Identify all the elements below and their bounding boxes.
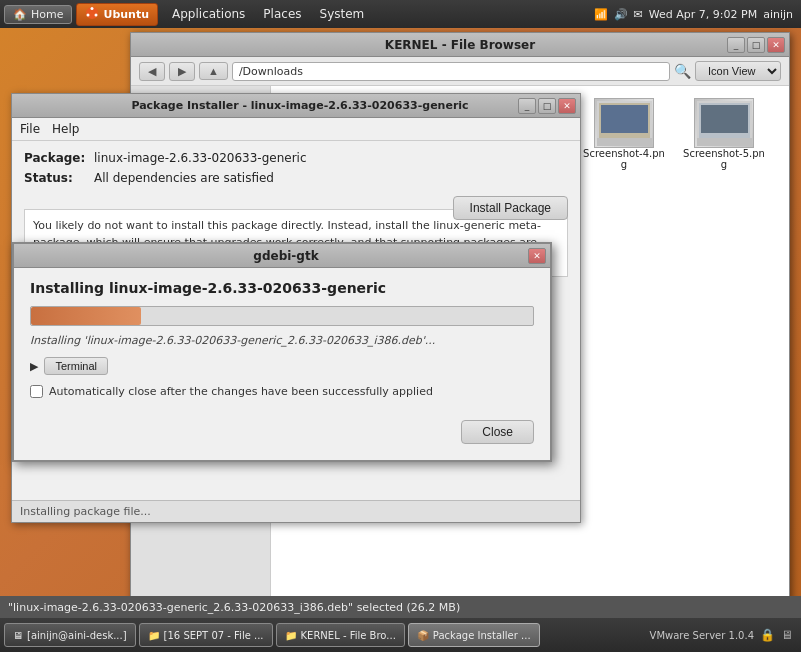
auto-close-row: Automatically close after the changes ha… (30, 385, 534, 398)
folder-taskbar-icon: 📁 (148, 630, 160, 641)
package-value: linux-image-2.6.33-020633-generic (94, 151, 307, 165)
installing-text: Installing 'linux-image-2.6.33-020633-ge… (30, 334, 534, 347)
pkg-close-btn[interactable]: ✕ (558, 98, 576, 114)
file-browser-titlebar: KERNEL - File Browser _ □ ✕ (131, 33, 789, 57)
terminal-icon: 🖥 (13, 630, 23, 641)
package-label: Package: (24, 151, 94, 165)
package-installer-title: Package Installer - linux-image-2.6.33-0… (131, 99, 468, 112)
gdebi-close-button[interactable]: Close (461, 420, 534, 444)
network-icon: 📶 (594, 8, 608, 21)
gdebi-close-btn[interactable]: ✕ (528, 248, 546, 264)
taskbar-top-right: 📶 🔊 ✉ Wed Apr 7, 9:02 PM ainijn (594, 8, 801, 21)
package-installer-body: Package: linux-image-2.6.33-020633-gener… (12, 141, 580, 201)
svg-point-1 (91, 7, 94, 10)
selected-file-bar: "linux-image-2.6.33-020633-generic_2.6.3… (0, 596, 801, 618)
list-item[interactable]: Screenshot-4.png (579, 94, 669, 182)
gdebi-title: gdebi-gtk (253, 249, 318, 263)
lock-icon: 🔒 (760, 628, 775, 642)
gdebi-dialog: gdebi-gtk ✕ Installing linux-image-2.6.3… (12, 242, 552, 462)
gdebi-heading: Installing linux-image-2.6.33-020633-gen… (30, 280, 534, 296)
top-menu: Applications Places System (164, 4, 372, 24)
taskbar-label-kernel: KERNEL - File Bro... (301, 630, 396, 641)
screenshot5-thumb (694, 98, 754, 148)
pkg-maximize-btn[interactable]: □ (538, 98, 556, 114)
icon-view-dropdown[interactable]: Icon View (695, 61, 781, 81)
package-installer-window: Package Installer - linux-image-2.6.33-0… (11, 93, 581, 523)
package-installer-titlebar: Package Installer - linux-image-2.6.33-0… (12, 94, 580, 118)
taskbar-item-terminal[interactable]: 🖥 [ainijn@aini-desk...] (4, 623, 136, 647)
up-button[interactable]: ▲ (199, 62, 228, 80)
menu-file[interactable]: File (20, 122, 40, 136)
file-browser-toolbar: ◀ ▶ ▲ /Downloads 🔍 Icon View (131, 57, 789, 86)
file-browser-title: KERNEL - File Browser (385, 38, 535, 52)
progress-bar-fill (31, 307, 141, 325)
back-button[interactable]: ◀ (139, 62, 165, 81)
package-installer-status-bar: Installing package file... (12, 500, 580, 522)
ubuntu-label: Ubuntu (103, 8, 149, 21)
close-button[interactable]: ✕ (767, 37, 785, 53)
maximize-button[interactable]: □ (747, 37, 765, 53)
auto-close-label: Automatically close after the changes ha… (49, 385, 433, 398)
svg-point-3 (87, 13, 90, 16)
user-name: ainijn (763, 8, 793, 21)
install-package-button[interactable]: Install Package (453, 196, 568, 220)
taskbar-bottom: 🖥 [ainijn@aini-desk...] 📁 [16 SEPT 07 - … (0, 618, 801, 652)
menu-system[interactable]: System (312, 4, 373, 24)
gdebi-body: Installing linux-image-2.6.33-020633-gen… (14, 268, 550, 420)
menu-help[interactable]: Help (52, 122, 79, 136)
gdebi-footer: Close (14, 420, 550, 454)
svg-rect-21 (697, 138, 752, 146)
taskbar-bottom-right: VMware Server 1.0.4 🔒 🖥 (650, 628, 797, 642)
email-icon: ✉ (634, 8, 643, 21)
minimize-button[interactable]: _ (727, 37, 745, 53)
screenshot4-thumb (594, 98, 654, 148)
pkg-minimize-btn[interactable]: _ (518, 98, 536, 114)
file-browser-window-controls: _ □ ✕ (727, 37, 785, 53)
menu-places[interactable]: Places (255, 4, 309, 24)
home-button[interactable]: 🏠 Home (4, 5, 72, 24)
terminal-expand-icon[interactable]: ▶ (30, 360, 38, 373)
package-taskbar-icon: 📦 (417, 630, 429, 641)
progress-bar (30, 306, 534, 326)
home-label: Home (31, 8, 63, 21)
menu-applications[interactable]: Applications (164, 4, 253, 24)
desktop: 🏠 Home Ubuntu Applications Places System… (0, 0, 801, 652)
taskbar-label-package: Package Installer ... (433, 630, 531, 641)
taskbar-item-package[interactable]: 📦 Package Installer ... (408, 623, 540, 647)
status-value: All dependencies are satisfied (94, 171, 274, 185)
file-browser-window: KERNEL - File Browser _ □ ✕ ◀ ▶ ▲ /Downl… (130, 32, 790, 612)
ubuntu-icon (85, 6, 99, 23)
ubuntu-button[interactable]: Ubuntu (76, 3, 158, 26)
svg-point-2 (95, 13, 98, 16)
package-installer-menu: File Help (12, 118, 580, 141)
file-label: Screenshot-5.png (683, 148, 765, 170)
gdebi-controls: ✕ (528, 248, 546, 264)
gdebi-titlebar: gdebi-gtk ✕ (14, 244, 550, 268)
selected-file-text: "linux-image-2.6.33-020633-generic_2.6.3… (8, 601, 460, 614)
kernel-taskbar-icon: 📁 (285, 630, 297, 641)
home-icon: 🏠 (13, 8, 27, 21)
taskbar-top: 🏠 Home Ubuntu Applications Places System… (0, 0, 801, 28)
status-label: Status: (24, 171, 94, 185)
package-row: Package: linux-image-2.6.33-020633-gener… (24, 151, 568, 165)
clock: Wed Apr 7, 9:02 PM (649, 8, 757, 21)
status-row: Status: All dependencies are satisfied (24, 171, 568, 185)
volume-icon: 🔊 (614, 8, 628, 21)
vmware-label: VMware Server 1.0.4 (650, 630, 754, 641)
taskbar-label-terminal: [ainijn@aini-desk...] (27, 630, 127, 641)
forward-button[interactable]: ▶ (169, 62, 195, 81)
location-bar[interactable]: /Downloads (232, 62, 670, 81)
file-label: Screenshot-4.png (583, 148, 665, 170)
taskbar-item-kernel[interactable]: 📁 KERNEL - File Bro... (276, 623, 405, 647)
svg-rect-16 (601, 105, 648, 133)
taskbar-item-file[interactable]: 📁 [16 SEPT 07 - File ... (139, 623, 273, 647)
package-installer-controls: _ □ ✕ (518, 98, 576, 114)
auto-close-checkbox[interactable] (30, 385, 43, 398)
desktop-icon: 🖥 (781, 628, 793, 642)
taskbar-label-file: [16 SEPT 07 - File ... (164, 630, 264, 641)
list-item[interactable]: Screenshot-5.png (679, 94, 769, 182)
status-bar-text: Installing package file... (20, 505, 151, 518)
search-icon: 🔍 (674, 63, 691, 79)
terminal-row: ▶ Terminal (30, 357, 534, 375)
terminal-button[interactable]: Terminal (44, 357, 108, 375)
